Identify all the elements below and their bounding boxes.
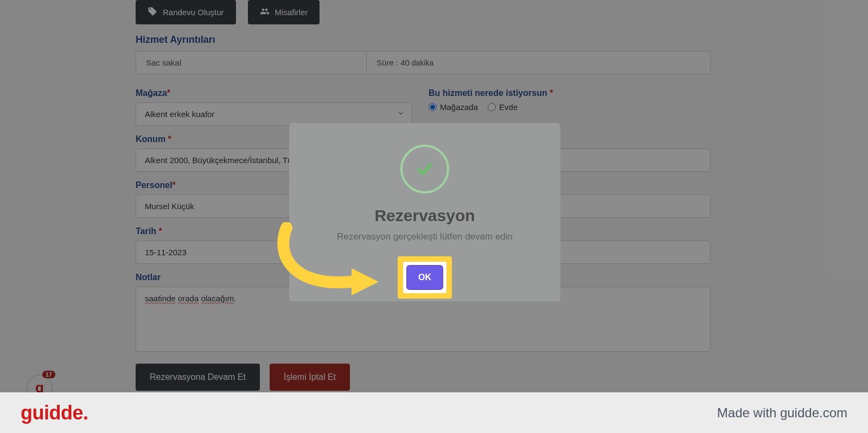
success-check-icon (400, 145, 449, 193)
ok-button-highlight: OK (398, 256, 452, 299)
page-root: Randevu Oluştur Misafirler Hizmet Ayrınt… (0, 0, 868, 433)
ok-button[interactable]: OK (406, 265, 443, 290)
ok-button-inner: OK (403, 262, 446, 293)
guidde-logo: guidde. (21, 402, 88, 424)
made-with-text: Made with guidde.com (717, 405, 847, 421)
footer-bar: guidde. Made with guidde.com (0, 392, 868, 433)
modal-title: Rezervasyon (374, 206, 475, 225)
reservation-success-modal: Rezervasyon Rezervasyon gerçekleşti lütf… (289, 123, 560, 301)
modal-message: Rezervasyon gerçekleşti lütfen devam edi… (337, 231, 513, 242)
